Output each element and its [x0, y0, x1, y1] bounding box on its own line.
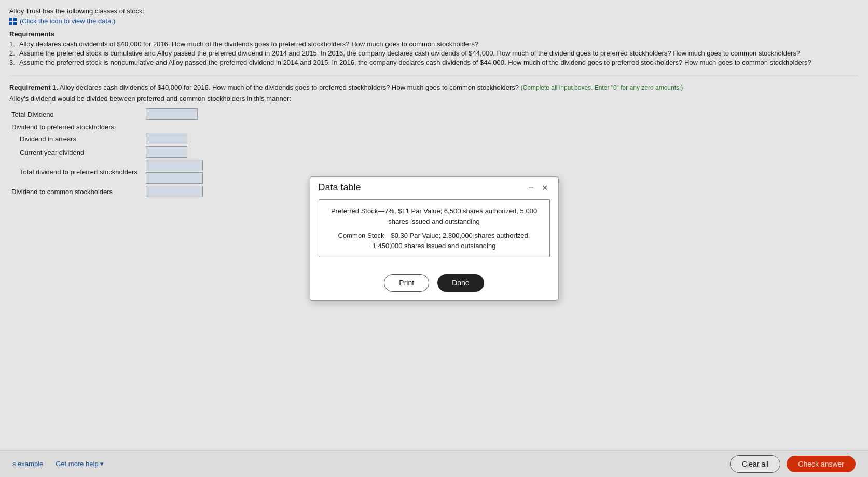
- modal-header: Data table − ×: [310, 177, 558, 195]
- data-table-modal: Data table − × Preferred Stock—7%, $11 P…: [310, 176, 559, 301]
- modal-controls: − ×: [526, 183, 549, 193]
- modal-close-button[interactable]: ×: [540, 183, 550, 193]
- modal-body: Preferred Stock—7%, $11 Par Value; 6,500…: [310, 195, 558, 274]
- modal-title: Data table: [319, 182, 361, 193]
- modal-overlay: Data table − × Preferred Stock—7%, $11 P…: [0, 0, 868, 477]
- data-row-2: Common Stock—$0.30 Par Value; 2,300,000 …: [327, 230, 541, 251]
- print-button[interactable]: Print: [384, 274, 429, 292]
- done-button[interactable]: Done: [437, 274, 484, 292]
- modal-footer: Print Done: [310, 274, 558, 300]
- data-table-box: Preferred Stock—7%, $11 Par Value; 6,500…: [319, 199, 550, 257]
- data-row-1: Preferred Stock—7%, $11 Par Value; 6,500…: [327, 206, 541, 226]
- modal-minimize-button[interactable]: −: [526, 183, 536, 193]
